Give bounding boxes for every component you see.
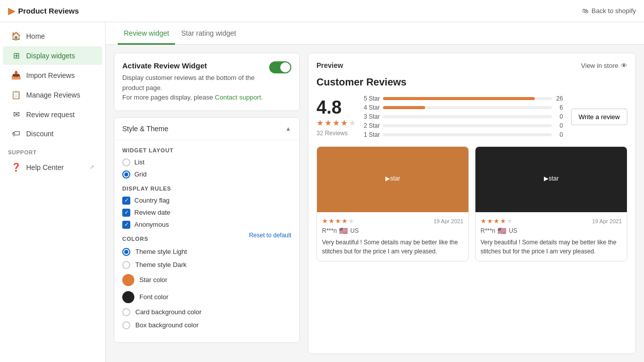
s5: ★ bbox=[507, 217, 513, 225]
display-rules-label: DISPLAY RULES bbox=[122, 186, 291, 192]
color-box-bg[interactable]: Box background color bbox=[122, 321, 291, 329]
color-star[interactable]: Star color bbox=[122, 274, 291, 286]
star-3: ★ bbox=[333, 118, 340, 128]
review-date-1: 19 Apr 2021 bbox=[434, 218, 463, 224]
color-font[interactable]: Font color bbox=[122, 291, 291, 303]
color-card-bg[interactable]: Card background color bbox=[122, 308, 291, 316]
style-theme-header[interactable]: Style & Theme ▲ bbox=[114, 118, 299, 140]
rule-anonymous[interactable]: ✓ Anonymous bbox=[122, 221, 291, 229]
bar-track-1 bbox=[383, 133, 552, 136]
bar-label-5: 5 Star bbox=[364, 95, 380, 102]
review-meta-2: ★ ★ ★ ★ ★ 19 Apr 2021 bbox=[480, 217, 622, 225]
sidebar-item-import-reviews[interactable]: 📥 Import Reviews bbox=[3, 66, 102, 84]
layout-grid-label: Grid bbox=[134, 170, 147, 178]
content-area: Review widget Star rating widget Activat… bbox=[106, 22, 644, 362]
activate-toggle[interactable] bbox=[269, 61, 291, 73]
review-stars-1: ★ ★ ★ ★ ★ bbox=[322, 217, 354, 225]
radio-grid bbox=[122, 170, 130, 178]
bar-track-3 bbox=[383, 115, 552, 118]
checkbox-review-date: ✓ bbox=[122, 209, 130, 217]
rule-country-flag[interactable]: ✓ Country flag bbox=[122, 197, 291, 205]
colors-label: COLORS bbox=[122, 236, 148, 242]
box-bg-label: Box background color bbox=[135, 321, 199, 329]
sidebar-item-review-request[interactable]: ✉ Review request bbox=[3, 105, 102, 124]
layout-grid[interactable]: Grid bbox=[122, 170, 291, 178]
bar-4star: 4 Star 6 bbox=[364, 104, 563, 111]
color-theme-light[interactable]: Theme style Light bbox=[122, 248, 291, 256]
bar-count-1: 0 bbox=[555, 131, 563, 138]
activate-card: Activate Review Widget Display customer … bbox=[114, 53, 300, 111]
s3: ★ bbox=[494, 217, 500, 225]
view-in-store-label: View in store bbox=[581, 62, 618, 69]
back-to-shopify-button[interactable]: 🛍 Back to shopify bbox=[582, 7, 636, 15]
s4: ★ bbox=[342, 217, 348, 225]
rule-review-date[interactable]: ✓ Review date bbox=[122, 209, 291, 217]
star-2: ★ bbox=[325, 118, 332, 128]
card-bg-swatch bbox=[122, 308, 130, 316]
eye-icon: 👁 bbox=[621, 62, 627, 69]
theme-dark-label: Theme style Dark bbox=[135, 261, 187, 268]
reviewer-row-1: R***n 🇺🇸 US bbox=[322, 227, 463, 235]
bar-1star: 1 Star 0 bbox=[364, 131, 563, 138]
box-bg-swatch bbox=[122, 321, 130, 329]
star-4: ★ bbox=[341, 118, 348, 128]
chevron-up-icon: ▲ bbox=[285, 125, 291, 132]
preview-title: Preview bbox=[316, 61, 343, 69]
sidebar-item-label: Review request bbox=[26, 111, 75, 119]
bar-count-3: 0 bbox=[555, 113, 563, 120]
bar-label-4: 4 Star bbox=[364, 104, 380, 111]
topbar: ▶ Product Reviews 🛍 Back to shopify bbox=[0, 0, 644, 22]
flag-icon-1: 🇺🇸 bbox=[339, 227, 348, 235]
logo-icon: ▶ bbox=[8, 6, 15, 17]
settings-panel: Activate Review Widget Display customer … bbox=[114, 53, 300, 354]
activate-title: Activate Review Widget bbox=[122, 61, 264, 70]
sidebar-item-display-widgets[interactable]: ⊞ Display widgets bbox=[3, 46, 102, 65]
reviews-grid: ▶star ★ ★ ★ ★ ★ bbox=[316, 146, 627, 261]
sidebar-item-manage-reviews[interactable]: 📋 Manage Reviews bbox=[3, 85, 102, 104]
tab-review-widget[interactable]: Review widget bbox=[118, 22, 175, 45]
reviewer-row-2: R***n 🇺🇸 US bbox=[480, 227, 622, 235]
home-icon: 🏠 bbox=[11, 31, 21, 41]
card-bg-label: Card background color bbox=[135, 308, 202, 316]
sidebar-item-home[interactable]: 🏠 Home bbox=[3, 27, 102, 45]
review-body-1: ★ ★ ★ ★ ★ 19 Apr 2021 R***n bbox=[317, 212, 468, 261]
star-5: ★ bbox=[349, 118, 356, 128]
checkbox-country-flag: ✓ bbox=[122, 197, 130, 205]
bar-3star: 3 Star 0 bbox=[364, 113, 563, 120]
layout-list[interactable]: List bbox=[122, 158, 291, 166]
rule-review-date-label: Review date bbox=[134, 209, 171, 216]
star-1: ★ bbox=[316, 118, 324, 128]
style-theme-card: Style & Theme ▲ WIDGET LAYOUT List bbox=[114, 117, 300, 343]
checkbox-anonymous: ✓ bbox=[122, 221, 130, 229]
sidebar-item-help[interactable]: ❓ Help Center ↗ bbox=[3, 158, 102, 176]
sidebar-item-label: Manage Reviews bbox=[26, 91, 80, 99]
sidebar-item-discount[interactable]: 🏷 Discount bbox=[3, 125, 102, 143]
preview-panel: Preview View in store 👁 Customer Reviews… bbox=[308, 53, 636, 354]
review-date-2: 19 Apr 2021 bbox=[592, 218, 622, 224]
tab-star-rating[interactable]: Star rating widget bbox=[175, 22, 242, 45]
contact-support-link[interactable]: Contact support. bbox=[215, 94, 263, 101]
widget-layout-label: WIDGET LAYOUT bbox=[122, 147, 291, 153]
bar-fill-5 bbox=[383, 97, 535, 100]
bar-label-3: 3 Star bbox=[364, 113, 380, 120]
discount-icon: 🏷 bbox=[11, 129, 21, 138]
bar-track-4 bbox=[383, 106, 552, 109]
radio-theme-dark bbox=[122, 261, 130, 269]
app-name: Product Reviews bbox=[18, 7, 79, 15]
write-review-button[interactable]: Write a review bbox=[571, 109, 627, 125]
color-theme-dark[interactable]: Theme style Dark bbox=[122, 261, 291, 269]
s2: ★ bbox=[487, 217, 493, 225]
colors-header: COLORS Reset to default bbox=[122, 229, 291, 242]
rating-stars: ★ ★ ★ ★ ★ bbox=[316, 118, 356, 128]
svg-text:▶star: ▶star bbox=[385, 175, 400, 182]
review-card-2: ▶star ★ ★ ★ ★ ★ bbox=[475, 146, 627, 261]
reset-to-default-link[interactable]: Reset to default bbox=[249, 232, 291, 239]
flag-icon-2: 🇺🇸 bbox=[498, 227, 506, 235]
rating-bars: 5 Star 26 4 Star 6 3 Star bbox=[364, 95, 563, 138]
view-in-store-button[interactable]: View in store 👁 bbox=[581, 62, 627, 69]
review-image-1: ▶star bbox=[317, 147, 468, 212]
back-label: Back to shopify bbox=[592, 7, 636, 15]
review-text-1: Very beautiful ! Some details may be bet… bbox=[322, 238, 463, 256]
star-color-swatch bbox=[122, 274, 134, 286]
mail-icon: ✉ bbox=[11, 110, 21, 119]
